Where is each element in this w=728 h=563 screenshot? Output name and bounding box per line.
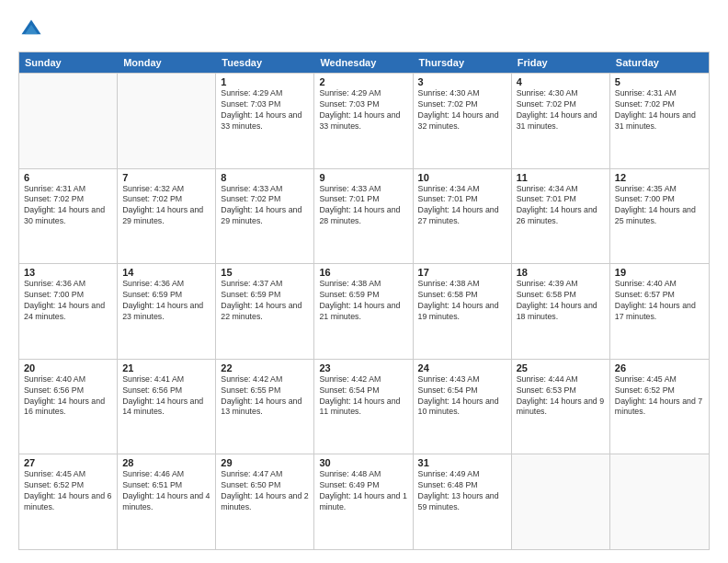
day-number: 2 — [319, 76, 407, 87]
day-detail: Sunrise: 4:38 AM Sunset: 6:58 PM Dayligh… — [418, 279, 506, 323]
day-number: 25 — [517, 362, 605, 373]
calendar-row-0: 1Sunrise: 4:29 AM Sunset: 7:03 PM Daylig… — [19, 73, 709, 168]
calendar-cell — [512, 454, 610, 549]
day-number: 18 — [517, 267, 605, 278]
day-number: 8 — [221, 172, 309, 183]
day-detail: Sunrise: 4:34 AM Sunset: 7:01 PM Dayligh… — [418, 184, 506, 228]
calendar-cell: 10Sunrise: 4:34 AM Sunset: 7:01 PM Dayli… — [414, 169, 512, 264]
day-detail: Sunrise: 4:48 AM Sunset: 6:49 PM Dayligh… — [319, 469, 407, 513]
day-number: 30 — [319, 457, 407, 468]
calendar-row-1: 6Sunrise: 4:31 AM Sunset: 7:02 PM Daylig… — [19, 168, 709, 264]
day-detail: Sunrise: 4:36 AM Sunset: 6:59 PM Dayligh… — [122, 279, 210, 323]
day-number: 19 — [615, 267, 704, 278]
day-detail: Sunrise: 4:32 AM Sunset: 7:02 PM Dayligh… — [122, 184, 210, 228]
weekday-header-saturday: Saturday — [610, 52, 709, 73]
day-detail: Sunrise: 4:45 AM Sunset: 6:52 PM Dayligh… — [615, 374, 704, 419]
calendar-cell: 1Sunrise: 4:29 AM Sunset: 7:03 PM Daylig… — [216, 74, 314, 168]
weekday-header-monday: Monday — [118, 52, 216, 73]
day-number: 11 — [517, 172, 605, 183]
calendar: SundayMondayTuesdayWednesdayThursdayFrid… — [18, 52, 710, 550]
day-detail: Sunrise: 4:46 AM Sunset: 6:51 PM Dayligh… — [122, 469, 210, 513]
day-detail: Sunrise: 4:33 AM Sunset: 7:02 PM Dayligh… — [221, 184, 309, 228]
day-detail: Sunrise: 4:39 AM Sunset: 6:58 PM Dayligh… — [517, 279, 605, 323]
calendar-cell: 2Sunrise: 4:29 AM Sunset: 7:03 PM Daylig… — [314, 74, 413, 168]
calendar-cell: 12Sunrise: 4:35 AM Sunset: 7:00 PM Dayli… — [610, 169, 709, 264]
calendar-cell: 27Sunrise: 4:45 AM Sunset: 6:52 PM Dayli… — [19, 454, 118, 549]
day-detail: Sunrise: 4:40 AM Sunset: 6:57 PM Dayligh… — [615, 279, 704, 323]
day-number: 31 — [418, 457, 506, 468]
day-detail: Sunrise: 4:29 AM Sunset: 7:03 PM Dayligh… — [221, 88, 309, 132]
weekday-header-wednesday: Wednesday — [314, 52, 413, 73]
day-detail: Sunrise: 4:41 AM Sunset: 6:56 PM Dayligh… — [122, 374, 210, 419]
day-detail: Sunrise: 4:36 AM Sunset: 7:00 PM Dayligh… — [24, 279, 112, 323]
day-detail: Sunrise: 4:42 AM Sunset: 6:55 PM Dayligh… — [221, 374, 309, 419]
day-number: 15 — [221, 267, 309, 278]
day-detail: Sunrise: 4:43 AM Sunset: 6:54 PM Dayligh… — [418, 374, 506, 419]
calendar-cell: 3Sunrise: 4:30 AM Sunset: 7:02 PM Daylig… — [414, 74, 512, 168]
calendar-cell: 7Sunrise: 4:32 AM Sunset: 7:02 PM Daylig… — [118, 169, 216, 264]
calendar-header: SundayMondayTuesdayWednesdayThursdayFrid… — [19, 52, 709, 73]
day-detail: Sunrise: 4:44 AM Sunset: 6:53 PM Dayligh… — [517, 374, 605, 419]
day-detail: Sunrise: 4:34 AM Sunset: 7:01 PM Dayligh… — [517, 184, 605, 228]
day-detail: Sunrise: 4:35 AM Sunset: 7:00 PM Dayligh… — [615, 184, 704, 228]
day-number: 23 — [319, 362, 407, 373]
calendar-cell — [610, 454, 709, 549]
calendar-cell: 17Sunrise: 4:38 AM Sunset: 6:58 PM Dayli… — [414, 264, 512, 359]
day-detail: Sunrise: 4:45 AM Sunset: 6:52 PM Dayligh… — [24, 469, 112, 513]
day-number: 26 — [615, 362, 704, 373]
weekday-header-sunday: Sunday — [19, 52, 118, 73]
day-number: 6 — [24, 172, 112, 183]
weekday-header-tuesday: Tuesday — [216, 52, 314, 73]
header — [18, 17, 710, 42]
day-number: 17 — [418, 267, 506, 278]
calendar-cell: 25Sunrise: 4:44 AM Sunset: 6:53 PM Dayli… — [512, 360, 610, 454]
logo-icon — [18, 17, 44, 42]
weekday-header-thursday: Thursday — [414, 52, 512, 73]
day-detail: Sunrise: 4:31 AM Sunset: 7:02 PM Dayligh… — [24, 184, 112, 228]
calendar-cell: 14Sunrise: 4:36 AM Sunset: 6:59 PM Dayli… — [118, 264, 216, 359]
day-detail: Sunrise: 4:29 AM Sunset: 7:03 PM Dayligh… — [319, 88, 407, 132]
day-detail: Sunrise: 4:42 AM Sunset: 6:54 PM Dayligh… — [319, 374, 407, 419]
day-detail: Sunrise: 4:30 AM Sunset: 7:02 PM Dayligh… — [418, 88, 506, 132]
day-number: 28 — [122, 457, 210, 468]
day-detail: Sunrise: 4:31 AM Sunset: 7:02 PM Dayligh… — [615, 88, 704, 132]
day-number: 27 — [24, 457, 112, 468]
calendar-cell: 6Sunrise: 4:31 AM Sunset: 7:02 PM Daylig… — [19, 169, 118, 264]
day-number: 21 — [122, 362, 210, 373]
calendar-body: 1Sunrise: 4:29 AM Sunset: 7:03 PM Daylig… — [19, 73, 709, 549]
day-detail: Sunrise: 4:30 AM Sunset: 7:02 PM Dayligh… — [517, 88, 605, 132]
calendar-cell: 26Sunrise: 4:45 AM Sunset: 6:52 PM Dayli… — [610, 360, 709, 454]
day-number: 3 — [418, 76, 506, 87]
calendar-cell: 30Sunrise: 4:48 AM Sunset: 6:49 PM Dayli… — [314, 454, 413, 549]
logo — [18, 17, 48, 42]
calendar-cell: 16Sunrise: 4:38 AM Sunset: 6:59 PM Dayli… — [314, 264, 413, 359]
calendar-cell: 5Sunrise: 4:31 AM Sunset: 7:02 PM Daylig… — [610, 74, 709, 168]
calendar-cell: 24Sunrise: 4:43 AM Sunset: 6:54 PM Dayli… — [414, 360, 512, 454]
calendar-cell: 13Sunrise: 4:36 AM Sunset: 7:00 PM Dayli… — [19, 264, 118, 359]
day-number: 12 — [615, 172, 704, 183]
calendar-cell: 11Sunrise: 4:34 AM Sunset: 7:01 PM Dayli… — [512, 169, 610, 264]
day-detail: Sunrise: 4:49 AM Sunset: 6:48 PM Dayligh… — [418, 469, 506, 513]
day-detail: Sunrise: 4:38 AM Sunset: 6:59 PM Dayligh… — [319, 279, 407, 323]
calendar-cell: 22Sunrise: 4:42 AM Sunset: 6:55 PM Dayli… — [216, 360, 314, 454]
calendar-cell: 8Sunrise: 4:33 AM Sunset: 7:02 PM Daylig… — [216, 169, 314, 264]
calendar-cell: 29Sunrise: 4:47 AM Sunset: 6:50 PM Dayli… — [216, 454, 314, 549]
calendar-cell: 19Sunrise: 4:40 AM Sunset: 6:57 PM Dayli… — [610, 264, 709, 359]
day-number: 10 — [418, 172, 506, 183]
calendar-row-4: 27Sunrise: 4:45 AM Sunset: 6:52 PM Dayli… — [19, 454, 709, 549]
day-number: 24 — [418, 362, 506, 373]
day-number: 13 — [24, 267, 112, 278]
day-number: 4 — [517, 76, 605, 87]
day-number: 14 — [122, 267, 210, 278]
calendar-cell: 21Sunrise: 4:41 AM Sunset: 6:56 PM Dayli… — [118, 360, 216, 454]
calendar-cell: 4Sunrise: 4:30 AM Sunset: 7:02 PM Daylig… — [512, 74, 610, 168]
day-number: 22 — [221, 362, 309, 373]
calendar-cell: 9Sunrise: 4:33 AM Sunset: 7:01 PM Daylig… — [314, 169, 413, 264]
calendar-cell — [19, 74, 118, 168]
day-detail: Sunrise: 4:33 AM Sunset: 7:01 PM Dayligh… — [319, 184, 407, 228]
day-number: 5 — [615, 76, 704, 87]
day-number: 7 — [122, 172, 210, 183]
calendar-cell: 20Sunrise: 4:40 AM Sunset: 6:56 PM Dayli… — [19, 360, 118, 454]
calendar-cell: 31Sunrise: 4:49 AM Sunset: 6:48 PM Dayli… — [414, 454, 512, 549]
calendar-cell: 15Sunrise: 4:37 AM Sunset: 6:59 PM Dayli… — [216, 264, 314, 359]
